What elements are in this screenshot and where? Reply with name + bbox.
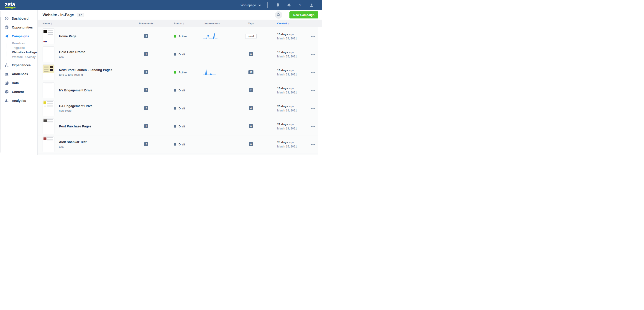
- status-dot: [174, 125, 176, 128]
- column-header-created[interactable]: Created ▲▼: [268, 22, 308, 25]
- table-header: Name ▲▼ Placements Status ▲▼ Impressions…: [38, 20, 322, 27]
- user-profile-icon[interactable]: [306, 3, 317, 8]
- tags-cell: 0: [234, 124, 268, 128]
- settings-gear-icon[interactable]: [284, 3, 295, 7]
- row-menu-button[interactable]: [308, 27, 318, 45]
- created-cell: 20 days ago March 19, 2021: [268, 105, 308, 112]
- created-relative: 24 days: [277, 141, 288, 144]
- subnav-item-triggered[interactable]: Triggered: [7, 45, 37, 50]
- placements-cell: 2: [136, 88, 156, 92]
- placements-count-badge: 1: [144, 124, 148, 128]
- table-row[interactable]: NY Engagement Drive 2 Draft 2 16 days ag…: [38, 81, 318, 99]
- subnav-item-broadcast[interactable]: Broadcast: [7, 41, 37, 45]
- sidebar-item-experiences[interactable]: Experiences: [0, 61, 37, 70]
- placements-count-badge: 1: [144, 52, 148, 56]
- sort-icon[interactable]: ▲▼: [51, 22, 52, 25]
- campaign-subtitle: End to End Testing: [59, 73, 112, 76]
- status-dot: [174, 143, 176, 146]
- created-date: March 18, 2021: [277, 127, 308, 130]
- name-cell: NY Engagement Drive: [38, 83, 136, 98]
- name-cell: Gold Card Promo test: [38, 47, 136, 62]
- table-row[interactable]: Alok Shankar Test test 2 Draft 0 24 days…: [38, 135, 318, 153]
- row-menu-button[interactable]: [308, 81, 318, 99]
- tags-cell: 4: [234, 106, 268, 110]
- audiences-icon: [5, 72, 9, 76]
- search-icon: [277, 13, 280, 17]
- status-cell: Draft: [156, 125, 190, 128]
- subnav-item-website-in-page[interactable]: Website - In-Page: [7, 50, 37, 55]
- sidebar-item-content[interactable]: Content: [0, 87, 37, 96]
- account-switcher[interactable]: WP-Inpage: [240, 4, 261, 7]
- sidebar-scrollbar[interactable]: [0, 11, 1, 152]
- placements-count-badge: 2: [144, 142, 148, 146]
- status-label: Draft: [178, 89, 185, 92]
- created-relative: 10 days: [277, 33, 288, 36]
- created-date: March 15, 2021: [277, 145, 308, 148]
- column-header-tags: Tags: [234, 22, 268, 25]
- column-header-impressions: Impressions: [190, 22, 234, 25]
- dashboard-icon: [5, 17, 9, 20]
- chevron-down-icon: [258, 4, 261, 6]
- created-cell: 24 days ago March 15, 2021: [268, 141, 308, 148]
- row-menu-button[interactable]: [308, 135, 318, 153]
- campaign-name: Home Page: [59, 35, 76, 38]
- name-cell: CA Engagement Drive new cycle: [38, 101, 136, 116]
- sort-icon[interactable]: ▲▼: [183, 22, 184, 25]
- row-menu-button[interactable]: [308, 99, 318, 117]
- sidebar-item-data[interactable]: Data: [0, 78, 37, 87]
- search-button[interactable]: [275, 11, 282, 19]
- status-cell: Active: [156, 71, 190, 74]
- campaign-count-badge: 47: [77, 13, 84, 17]
- tags-cell: 0: [234, 52, 268, 56]
- row-menu-button[interactable]: [308, 117, 318, 135]
- table-row[interactable]: Gold Card Promo test 1 Draft 0 14 days a…: [38, 45, 318, 63]
- row-menu-button[interactable]: [308, 45, 318, 63]
- next-row-partial: [38, 153, 318, 155]
- status-label: Active: [178, 35, 186, 38]
- notifications-bell-icon[interactable]: [272, 3, 284, 7]
- table-row[interactable]: Home Page 3 Active creal 10 days ago Mar…: [38, 27, 318, 45]
- campaign-name: CA Engagement Drive: [59, 104, 92, 108]
- column-header-status[interactable]: Status ▲▼: [156, 22, 190, 25]
- status-cell: Draft: [156, 143, 190, 146]
- impressions-sparkline: [203, 32, 222, 41]
- created-date: March 19, 2021: [277, 109, 308, 112]
- sort-icon-active[interactable]: ▲▼: [288, 22, 290, 25]
- row-menu-button[interactable]: [308, 63, 318, 81]
- help-question-icon[interactable]: ?: [295, 3, 306, 7]
- placements-cell: 1: [136, 124, 156, 128]
- app-screen: zeta WP-Inpage: [0, 0, 322, 155]
- sidebar-item-label: Dashboard: [12, 17, 28, 20]
- sidebar-item-opportunities[interactable]: Opportunities: [0, 23, 37, 32]
- status-dot: [174, 89, 176, 92]
- placements-count-badge: 3: [144, 34, 148, 38]
- table-row[interactable]: CA Engagement Drive new cycle 2 Draft 4 …: [38, 99, 318, 117]
- content-icon: [5, 90, 9, 94]
- status-label: Draft: [178, 53, 185, 56]
- tags-count-badge: 0: [249, 52, 253, 56]
- sidebar-item-campaigns[interactable]: Campaigns: [0, 32, 37, 41]
- table-row[interactable]: New Store Launch - Landing Pages End to …: [38, 63, 318, 81]
- status-label: Draft: [178, 125, 185, 128]
- sidebar-item-audiences[interactable]: Audiences: [0, 70, 37, 78]
- sidebar-item-dashboard[interactable]: Dashboard: [0, 14, 37, 23]
- tag-chip: creal: [245, 34, 257, 39]
- impressions-sparkline: [203, 68, 222, 77]
- name-cell: Home Page: [38, 29, 136, 44]
- placements-count-badge: 3: [144, 70, 148, 74]
- created-date: March 23, 2021: [277, 91, 308, 94]
- sidebar-item-label: Data: [12, 81, 19, 85]
- new-campaign-button[interactable]: New Campaign: [290, 12, 318, 19]
- column-header-name[interactable]: Name ▲▼: [38, 22, 136, 25]
- table-row[interactable]: Post Purchase Pages 1 Draft 0 21 days ag…: [38, 117, 318, 135]
- sidebar-item-label: Campaigns: [12, 35, 29, 38]
- campaign-name: Post Purchase Pages: [59, 124, 91, 128]
- created-ago: ago: [289, 69, 294, 72]
- placements-cell: 3: [136, 34, 156, 38]
- sidebar-item-analytics[interactable]: Analytics: [0, 96, 37, 105]
- impressions-cell: [190, 32, 234, 41]
- status-label: Draft: [178, 143, 185, 146]
- main-content: Website - In-Page 47 New Campaign: [38, 10, 322, 155]
- subnav-item-website-overlay[interactable]: Website - Overlay: [7, 55, 37, 59]
- created-ago: ago: [289, 51, 294, 54]
